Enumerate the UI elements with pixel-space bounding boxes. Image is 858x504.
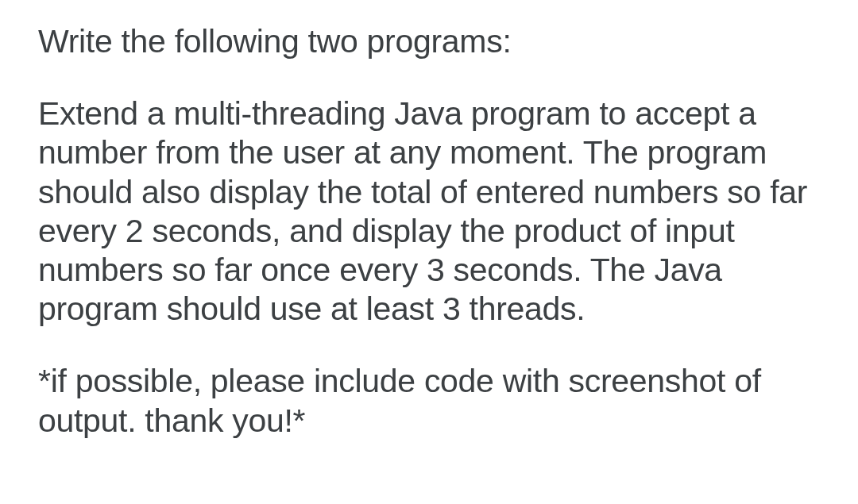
note-paragraph: *if possible, please include code with s… [38,362,820,440]
task-description-paragraph: Extend a multi-threading Java program to… [38,94,820,329]
intro-paragraph: Write the following two programs: [38,22,820,61]
